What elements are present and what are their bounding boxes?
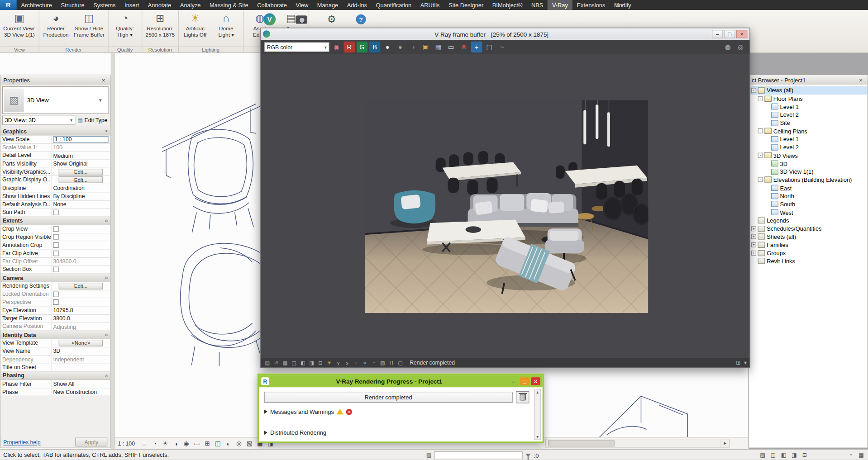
project-browser-header[interactable]: ct Browser - Project1 × (749, 75, 868, 85)
blue-channel-icon[interactable]: B (369, 42, 380, 52)
close-icon[interactable]: × (100, 76, 107, 83)
expand-toggle-icon[interactable]: + (751, 251, 756, 256)
prop-group-phasing[interactable]: Phasing« (0, 372, 110, 380)
checkbox-locked-orientation[interactable] (53, 291, 58, 297)
section-messages-and-warnings[interactable]: Messages and Warnings× (264, 408, 529, 415)
tree-item-elevations-building-elevation[interactable]: -Elevations (Building Elevation) (749, 175, 868, 184)
checkbox-crop-view[interactable] (53, 226, 58, 232)
scroll-right-arrow-icon[interactable]: ► (721, 439, 729, 447)
collapse-chevron-icon[interactable]: « (104, 130, 109, 133)
show-white-icon[interactable]: ● (382, 42, 393, 52)
tree-item-level-1[interactable]: Level 1 (749, 103, 868, 111)
tree-item-south[interactable]: South (749, 200, 868, 208)
menu-tab-extensions[interactable]: Extensions (572, 0, 610, 10)
open-image-icon[interactable]: ▣ (420, 42, 431, 52)
checkbox-sun-path[interactable] (53, 210, 58, 215)
tree-item-sheets-all[interactable]: +Sheets (all) (749, 232, 868, 241)
tree-item-3d-views[interactable]: -3D Views (749, 152, 868, 160)
checkbox-annotation-crop[interactable] (53, 242, 58, 248)
sun-path-icon[interactable]: ☀ (161, 439, 170, 448)
edit-button-rendering-settings[interactable]: Edit... (59, 283, 103, 289)
warnings-review-icon[interactable]: ▦ (857, 451, 865, 459)
gamma-icon[interactable]: γ (334, 359, 342, 366)
collapse-toggle-icon[interactable]: - (751, 88, 756, 93)
panel-splitter[interactable] (111, 53, 115, 449)
collapse-toggle-icon[interactable]: - (758, 128, 763, 133)
progress-titlebar[interactable]: R V-Ray Rendering Progress - Project1 – … (259, 375, 542, 387)
tree-item-3d[interactable]: 3D (749, 160, 868, 168)
ribbon-button-resolution-2500-x-1875[interactable]: ⊞Resolution:2500 x 1875 (143, 11, 177, 46)
tree-item-groups[interactable]: +Groups (749, 249, 868, 257)
menu-tab-structure[interactable]: Structure (57, 0, 89, 10)
menu-tab-insert[interactable]: Insert (120, 0, 143, 10)
panorama-view-icon[interactable]: ◍ (722, 42, 733, 52)
edit-type-button[interactable]: ▦ Edit Type (77, 117, 108, 123)
prop-group-extents[interactable]: Extents« (0, 217, 110, 225)
curves-icon[interactable]: ≈ (361, 359, 369, 366)
stop-render-icon[interactable]: ⊗ (458, 42, 469, 52)
compare-ab-icon[interactable]: ◫ (290, 359, 298, 366)
menu-tab-quantification[interactable]: Quantification (372, 0, 416, 10)
vray-logo-icon[interactable]: V (263, 13, 276, 25)
tree-item-east[interactable]: East (749, 184, 868, 192)
force-clamp-icon[interactable]: ◧ (299, 359, 307, 366)
view-select-dropdown[interactable]: 3D View: 3D ▾ (2, 116, 76, 125)
shadows-icon[interactable]: ◑ (172, 439, 181, 448)
color-swatches-icon[interactable]: ◉ (331, 42, 342, 52)
tree-item-revit-links[interactable]: Revit Links (749, 257, 868, 265)
menu-tab-add-ins[interactable]: Add-Ins (343, 0, 372, 10)
view-lock-icon[interactable]: ◫ (214, 439, 223, 448)
ribbon-button-dome-light[interactable]: ∩DomeLight ▾ (211, 11, 242, 46)
type-selector[interactable]: ▧ 3D View ▾ (2, 86, 109, 114)
tree-item-site[interactable]: Site (749, 119, 868, 127)
ribbon-button-artificial-lights-off[interactable]: ☀ArtificialLights Off (180, 11, 210, 46)
minimize-button[interactable]: – (712, 30, 723, 38)
underlay-toggle-icon[interactable]: ◨ (790, 451, 798, 459)
stereo-view-icon[interactable]: ◎ (735, 42, 746, 52)
prop-group-graphics[interactable]: Graphics« (0, 127, 110, 135)
tree-item-legends[interactable]: Legends (749, 216, 868, 224)
chevron-down-icon[interactable]: ▾ (744, 360, 747, 365)
edit-button-visibility-graphics[interactable]: Edit... (59, 169, 103, 175)
chevron-down-icon[interactable]: ▾ (99, 97, 108, 103)
stamp-icon[interactable]: H (387, 359, 395, 366)
clear-image-icon[interactable]: ▭ (446, 42, 457, 52)
menu-tab-annotate[interactable]: Annotate (143, 0, 176, 10)
track-mouse-icon[interactable]: + (471, 42, 482, 52)
menu-tab-massing-site[interactable]: Massing & Site (205, 0, 253, 10)
exposure-icon[interactable]: ☀ (325, 359, 333, 366)
tree-item-level-1[interactable]: Level 1 (749, 135, 868, 143)
checkbox-far-clip-active[interactable] (53, 251, 58, 256)
expand-toggle-icon[interactable]: + (751, 242, 756, 247)
links-toggle-icon[interactable]: ◧ (779, 451, 787, 459)
properties-header[interactable]: Properties × (0, 75, 110, 85)
tree-item-ceiling-plans[interactable]: -Ceiling Plans (749, 127, 868, 135)
save-all-icon[interactable]: ▤ (263, 359, 271, 366)
collapse-toggle-icon[interactable]: - (758, 96, 763, 101)
collapse-toggle-icon[interactable]: - (758, 177, 763, 182)
apply-button[interactable]: Apply (75, 438, 107, 447)
menu-tab-systems[interactable]: Systems (89, 0, 120, 10)
expand-arrow-icon[interactable] (264, 431, 267, 435)
focus-icon[interactable]: ⊡ (317, 359, 324, 366)
horizontal-scrollbar[interactable]: ► (545, 439, 730, 448)
tree-item-schedules-quantities[interactable]: +Schedules/Quantities (749, 224, 868, 232)
visual-style-icon[interactable]: ◔ (150, 439, 159, 448)
menu-tab-collaborate[interactable]: Collaborate (253, 0, 291, 10)
background-image-icon[interactable]: ▧ (379, 359, 386, 366)
maximize-button[interactable]: □ (724, 30, 735, 38)
drag-selection-icon[interactable]: ⊡ (801, 451, 809, 459)
edit-button-graphic-display-o[interactable]: Edit... (59, 177, 103, 184)
template-button[interactable]: <None> (59, 340, 103, 346)
scroll-down-icon[interactable]: ▼ (535, 435, 539, 439)
maximize-button[interactable]: □ (520, 377, 529, 385)
tree-item-level-2[interactable]: Level 2 (749, 143, 868, 152)
properties-help-link[interactable]: Properties help (3, 439, 40, 445)
ribbon-button-render-production[interactable]: ◕RenderProduction (40, 11, 71, 46)
collapse-chevron-icon[interactable]: « (104, 374, 109, 377)
thin-lines-icon[interactable]: ≡ (140, 439, 149, 448)
srgb-icon[interactable]: s (343, 359, 351, 366)
expand-arrow-icon[interactable] (264, 409, 267, 414)
section-distributed-rendering[interactable]: Distributed Rendering (264, 429, 529, 436)
green-channel-icon[interactable]: G (357, 42, 367, 52)
